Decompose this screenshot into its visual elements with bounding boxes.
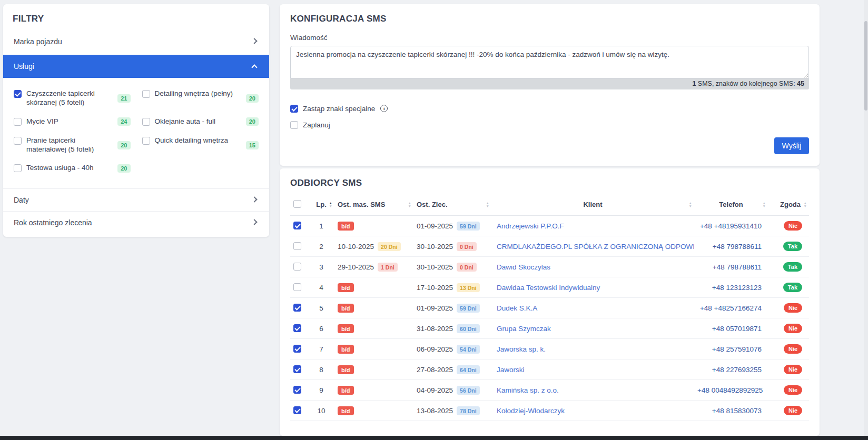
row-checkbox[interactable] [293,304,301,312]
service-checkbox[interactable] [142,90,150,98]
sms-counter-text: SMS, znaków do kolejnego SMS: [696,80,797,87]
phone-cell: +48 798788611 [694,257,768,277]
service-filter-item[interactable]: Pranie tapicerki materiałowej (5 foteli)… [14,136,131,154]
column-header-ost-zlec[interactable]: Ost. Zlec. ▲▼ [413,194,491,216]
message-label: Wiadomość [290,34,809,42]
filter-section-label: Rok ostatniego zlecenia [14,218,92,227]
service-label: Oklejanie auta - full [155,117,241,126]
filter-section-daty[interactable]: Daty [3,188,269,211]
service-checkbox[interactable] [142,118,150,126]
row-select-cell [290,298,308,318]
service-filter-item[interactable]: Detailing wnętrza (pełny)20 [142,89,259,107]
last-order-date: 27-08-2025 [417,366,453,374]
consent-cell: Nie [768,216,809,236]
service-filter-item[interactable]: Quick detailing wnętrza15 [142,136,259,154]
last-order-cell: 27-08-202564 Dni [413,359,491,380]
days-ago-badge: 0 Dni [457,263,477,272]
no-data-badge: b/d [338,386,354,395]
service-checkbox[interactable] [142,137,150,145]
consent-badge: Tak [783,242,802,251]
row-select-cell [290,236,308,257]
filter-section-label: Marka pojazdu [14,37,62,46]
client-link[interactable]: Dawidaa Testowski Indywidualny [497,284,600,292]
client-link[interactable]: CRMDLAKAŻDEGO.PL SPÓŁKA Z OGRANICZONĄ OD… [497,243,694,251]
row-checkbox[interactable] [293,222,301,229]
recipient-row: 5b/d01-09-202559 DniDudek S.K.A+48 +4825… [290,298,809,318]
last-mass-sms-cell: 29-10-20251 Dni [334,257,413,277]
service-label: Pranie tapicerki materiałowej (5 foteli) [26,136,113,154]
client-link[interactable]: Jaworska sp. k. [497,345,546,353]
schedule-checkbox[interactable] [290,121,298,129]
client-cell: Kołodziej-Włodarczyk [491,401,694,421]
row-select-cell [290,359,308,380]
row-index-cell: 6 [308,318,334,339]
info-icon[interactable]: i [380,105,388,112]
consent-cell: Nie [768,339,809,359]
service-filter-item[interactable]: Oklejanie auta - full20 [142,117,259,126]
replace-special-chars-checkbox[interactable] [290,105,298,113]
filter-section-rok-ostatniego-zlecenia[interactable]: Rok ostatniego zlecenia [3,211,269,234]
filter-section-marka-pojazdu[interactable]: Marka pojazdu [3,31,269,53]
last-order-date: 04-09-2025 [417,386,453,394]
vertical-scrollbar[interactable] [864,0,868,436]
service-checkbox[interactable] [14,164,22,172]
service-filter-item[interactable]: Mycie VIP24 [14,117,131,126]
recipient-row: 9b/d04-09-202556 DniKamińska sp. z o.o.+… [290,380,809,401]
recipient-row: 7b/d06-09-202554 DniJaworska sp. k.+48 2… [290,339,809,359]
chevron-right-icon [251,38,257,44]
row-index-cell: 3 [308,257,334,277]
client-link[interactable]: Grupa Szymczak [497,325,551,333]
column-header-klient[interactable]: Klient ▲▼ [491,194,694,216]
scrollbar-thumb[interactable] [864,21,867,111]
service-filter-item[interactable]: Testowa usługa - 40h20 [14,164,131,173]
sort-icon: ▲▼ [804,202,807,208]
chevron-right-icon [251,197,257,203]
recipient-row: 6b/d31-08-202560 DniGrupa Szymczak+48 05… [290,318,809,339]
last-order-cell: 30-10-20250 Dni [413,257,491,277]
row-checkbox[interactable] [293,242,301,250]
service-checkbox[interactable] [14,90,22,98]
client-link[interactable]: Andrzejewski P.P.O.F [497,222,564,230]
filter-section-uslugi[interactable]: Usługi [3,55,269,78]
recipient-row: 10b/d13-08-202578 DniKołodziej-Włodarczy… [290,401,809,421]
client-link[interactable]: Dawid Skoczylas [497,263,550,271]
column-header-lp[interactable]: Lp. ▲▼ [308,194,334,216]
select-all-checkbox[interactable] [293,200,301,208]
row-index-cell: 10 [308,401,334,421]
service-checkbox[interactable] [14,118,22,126]
client-cell: Dawid Skoczylas [491,257,694,277]
row-index-cell: 9 [308,380,334,401]
row-checkbox[interactable] [293,283,301,291]
no-data-badge: b/d [338,324,354,333]
column-header-telefon[interactable]: Telefon ▲▼ [694,194,768,216]
phone-cell: +48 257591076 [694,339,768,359]
client-link[interactable]: Kołodziej-Włodarczyk [497,407,565,415]
recipients-table: Lp. ▲▼ Ost. mas. SMS ▲▼ Ost. Zlec. ▲▼ Kl… [290,194,809,421]
client-link[interactable]: Kamińska sp. z o.o. [497,386,559,394]
send-button[interactable]: Wyślij [774,137,809,154]
row-checkbox[interactable] [293,386,301,394]
consent-badge: Nie [784,324,802,333]
consent-cell: Tak [768,277,809,298]
client-link[interactable]: Jaworski [497,366,525,374]
client-cell: Jaworski [491,359,694,380]
client-cell: Kamińska sp. z o.o. [491,380,694,401]
service-label: Mycie VIP [26,117,113,126]
row-select-cell [290,380,308,401]
bottom-edge [0,436,868,440]
consent-cell: Nie [768,298,809,318]
service-checkbox[interactable] [14,137,22,145]
row-checkbox[interactable] [293,365,301,373]
row-checkbox[interactable] [293,324,301,332]
service-filter-item[interactable]: Czyszczenie tapicerki skórzanej (5 fotel… [14,89,131,107]
row-checkbox[interactable] [293,345,301,353]
column-header-zgoda[interactable]: Zgoda ▲▼ [768,194,809,216]
column-header-ost-mas-sms[interactable]: Ost. mas. SMS ▲▼ [334,194,413,216]
consent-cell: Nie [768,401,809,421]
consent-badge: Nie [784,365,802,374]
row-checkbox[interactable] [293,406,301,414]
message-textarea[interactable]: Jesienna promocja na czyszczenie tapicer… [290,46,809,78]
last-order-cell: 30-10-20250 Dni [413,236,491,257]
client-link[interactable]: Dudek S.K.A [497,304,537,312]
row-checkbox[interactable] [293,263,301,271]
